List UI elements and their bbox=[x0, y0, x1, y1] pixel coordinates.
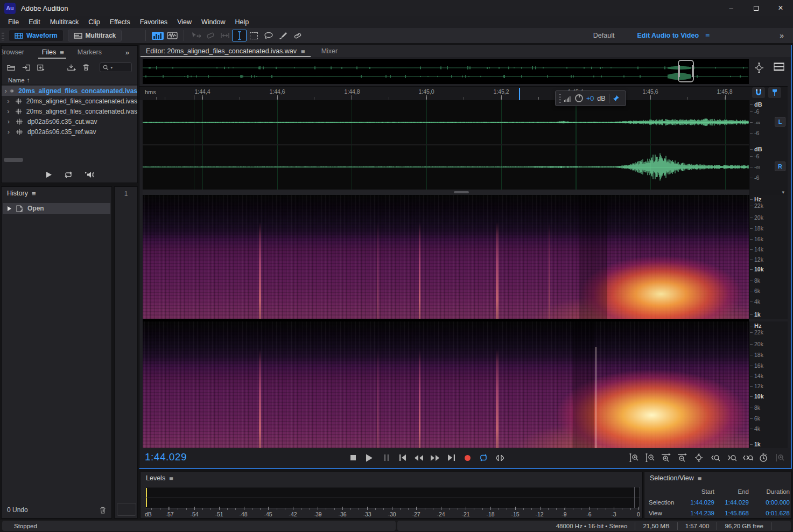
expand-chevron-icon[interactable]: › bbox=[2, 87, 10, 95]
history-item-open[interactable]: Open bbox=[3, 203, 110, 214]
waveform-overview-strip[interactable] bbox=[143, 59, 749, 84]
tab-browser[interactable]: Browser bbox=[1, 48, 24, 56]
slip-tool[interactable] bbox=[217, 30, 232, 41]
scrollbar-thumb[interactable] bbox=[454, 191, 469, 193]
file-row[interactable]: › dp02a6s06.c35_ref.wav bbox=[2, 127, 137, 137]
new-file-icon[interactable] bbox=[37, 64, 45, 71]
clear-history-trash-icon[interactable] bbox=[100, 507, 106, 514]
view-duration-value[interactable]: 0:01.628 bbox=[750, 510, 790, 516]
preview-play-button[interactable] bbox=[46, 171, 52, 178]
spectrogram-left-channel[interactable] bbox=[143, 195, 749, 319]
amplitude-ruler[interactable]: dB -6 -∞ -6 L dB -6 -∞ -6 R bbox=[749, 100, 788, 190]
workspace-active[interactable]: Edit Audio to Video bbox=[637, 32, 699, 39]
editor-display-menu-icon[interactable] bbox=[774, 62, 784, 71]
selection-end-value[interactable]: 1:44.029 bbox=[715, 499, 749, 506]
menu-effects[interactable]: Effects bbox=[105, 16, 135, 28]
zoom-in-time-button[interactable] bbox=[659, 452, 673, 464]
workspace-menu-icon[interactable]: ≡ bbox=[705, 31, 710, 40]
expand-chevron-icon[interactable]: › bbox=[2, 117, 16, 125]
zoom-disabled-button[interactable] bbox=[773, 452, 787, 464]
add-marker-button[interactable] bbox=[768, 87, 781, 98]
pause-button[interactable] bbox=[380, 452, 394, 464]
import-file-icon[interactable] bbox=[22, 64, 31, 71]
menu-file[interactable]: File bbox=[3, 16, 24, 28]
play-button[interactable] bbox=[362, 452, 376, 464]
collapsed-panel-strip[interactable]: 1 bbox=[114, 186, 138, 519]
menu-edit[interactable]: Edit bbox=[24, 16, 45, 28]
frequency-ruler-left[interactable]: Hz 22k 20k 18k 16k 14k 12k 10k 8k 6k 4k … bbox=[749, 195, 788, 319]
menu-multitrack[interactable]: Multitrack bbox=[45, 16, 83, 28]
file-row[interactable]: › 20ms_aligned_files_concatenated.ivas bbox=[2, 96, 137, 106]
view-start-value[interactable]: 1:44.239 bbox=[683, 510, 714, 516]
current-time-display[interactable]: 1:44.029 bbox=[145, 451, 187, 463]
ruler-options-strip[interactable]: ▾ bbox=[749, 190, 788, 195]
gain-knob[interactable] bbox=[575, 94, 583, 102]
time-selection-tool[interactable] bbox=[232, 30, 247, 41]
workspace-default[interactable]: Default bbox=[593, 32, 615, 39]
expand-chevron-icon[interactable]: › bbox=[2, 97, 15, 105]
levels-panel-menu-icon[interactable]: ≡ bbox=[169, 474, 173, 482]
record-button[interactable] bbox=[460, 452, 474, 464]
tab-mixer[interactable]: Mixer bbox=[315, 45, 345, 57]
fast-forward-button[interactable] bbox=[428, 452, 442, 464]
menu-favorites[interactable]: Favorites bbox=[135, 16, 172, 28]
right-channel-button[interactable]: R bbox=[775, 162, 785, 171]
menu-window[interactable]: Window bbox=[197, 16, 230, 28]
timeline-ruler[interactable]: hms 1:44,4 1:44,6 1:44,8 1:45,0 1:45,2 1… bbox=[139, 86, 788, 100]
lasso-selection-tool[interactable] bbox=[261, 30, 276, 41]
zoom-in-right-edge-button[interactable] bbox=[725, 452, 739, 464]
toolbar-grip[interactable] bbox=[2, 31, 4, 40]
toolbar-overflow-icon[interactable]: » bbox=[780, 31, 783, 40]
files-column-header[interactable]: Name ↑ bbox=[2, 76, 137, 85]
spot-healing-brush-tool[interactable] bbox=[290, 30, 305, 41]
expand-chevron-icon[interactable]: › bbox=[2, 128, 16, 136]
file-row[interactable]: › 20ms_aligned_files_concatenated.ivas bbox=[2, 86, 137, 96]
tab-files[interactable]: Files bbox=[42, 48, 56, 56]
menu-clip[interactable]: Clip bbox=[83, 16, 105, 28]
spectrogram-right-channel[interactable] bbox=[143, 321, 749, 448]
close-button[interactable]: × bbox=[768, 0, 793, 16]
loop-playback-button[interactable] bbox=[476, 452, 490, 464]
file-row[interactable]: › 20ms_aligned_files_concatenated.ivas bbox=[2, 106, 137, 116]
zoom-to-selection-button[interactable] bbox=[741, 452, 755, 464]
menu-help[interactable]: Help bbox=[230, 16, 254, 28]
left-channel-button[interactable]: L bbox=[775, 117, 785, 127]
zoom-in-left-edge-button[interactable] bbox=[708, 452, 722, 464]
gain-hud[interactable]: +0 dB bbox=[555, 90, 626, 106]
files-horizontal-scrollbar[interactable] bbox=[4, 158, 136, 163]
paintbrush-selection-tool[interactable] bbox=[276, 30, 290, 41]
files-panel-menu-icon[interactable]: ≡ bbox=[60, 48, 64, 57]
files-search-input[interactable]: ▾ bbox=[100, 62, 132, 72]
skip-to-start-button[interactable] bbox=[396, 452, 410, 464]
selection-duration-value[interactable]: 0:00.000 bbox=[750, 499, 790, 506]
gain-value[interactable]: +0 bbox=[586, 95, 594, 102]
playhead-marker[interactable] bbox=[519, 88, 520, 101]
history-panel-menu-icon[interactable]: ≡ bbox=[32, 190, 36, 198]
export-icon[interactable] bbox=[67, 64, 76, 71]
selection-view-menu-icon[interactable]: ≡ bbox=[698, 474, 702, 482]
open-folder-icon[interactable] bbox=[7, 64, 16, 71]
move-tool[interactable] bbox=[188, 30, 203, 41]
skip-to-end-button[interactable] bbox=[444, 452, 458, 464]
tab-editor[interactable]: Editor: 20ms_aligned_files_concatenated.… bbox=[139, 45, 312, 57]
razor-tool[interactable] bbox=[203, 30, 217, 41]
waveform-display[interactable] bbox=[143, 100, 749, 190]
auto-play-button[interactable] bbox=[85, 171, 94, 178]
pin-hud-icon[interactable] bbox=[613, 95, 620, 102]
waveform-display-toggle[interactable] bbox=[150, 30, 165, 41]
minimize-button[interactable]: – bbox=[719, 0, 743, 16]
ruler-dropdown-icon[interactable]: ▾ bbox=[782, 190, 784, 195]
file-row[interactable]: › dp02a6s06.c35_cut.wav bbox=[2, 116, 137, 127]
marquee-selection-tool[interactable] bbox=[247, 30, 261, 41]
overview-viewport-handle[interactable] bbox=[678, 60, 694, 82]
rewind-button[interactable] bbox=[412, 452, 426, 464]
trash-icon[interactable] bbox=[83, 64, 89, 71]
spectral-display-toggle[interactable] bbox=[165, 30, 179, 41]
panel-overflow-icon[interactable]: » bbox=[125, 48, 129, 57]
frequency-ruler-right[interactable]: Hz 22k 20k 18k 16k 14k 12k 10k 8k 6k 4k … bbox=[749, 321, 788, 448]
skip-selection-button[interactable] bbox=[493, 452, 507, 464]
waveform-view-button[interactable]: Waveform bbox=[9, 30, 64, 41]
view-end-value[interactable]: 1:45.868 bbox=[715, 510, 749, 516]
menu-view[interactable]: View bbox=[172, 16, 197, 28]
multitrack-view-button[interactable]: Multitrack bbox=[68, 30, 122, 41]
